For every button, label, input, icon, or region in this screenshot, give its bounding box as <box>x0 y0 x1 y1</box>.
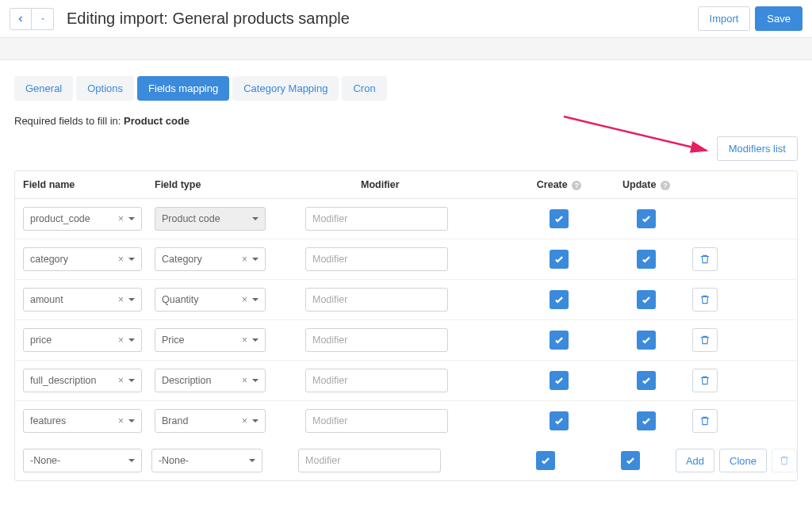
clear-icon[interactable]: × <box>242 294 247 305</box>
field-type-select[interactable]: Category× <box>155 247 266 271</box>
tab-cron[interactable]: Cron <box>342 76 386 101</box>
modifier-input[interactable] <box>305 328 448 352</box>
delete-button[interactable] <box>692 328 718 352</box>
required-fields-note: Required fields to fill in: Product code <box>14 115 798 127</box>
modifier-input[interactable] <box>298 449 441 472</box>
create-checkbox[interactable] <box>550 209 569 228</box>
update-checkbox[interactable] <box>637 411 656 430</box>
chevron-down-icon <box>252 379 259 382</box>
create-checkbox[interactable] <box>550 411 569 430</box>
clear-icon[interactable]: × <box>242 415 247 426</box>
chevron-down-icon <box>252 298 259 301</box>
chevron-down-icon <box>128 379 135 382</box>
delete-button[interactable] <box>692 288 718 312</box>
col-header-name: Field name <box>15 179 155 190</box>
col-header-type: Field type <box>155 179 305 190</box>
field-name-select[interactable]: -None- <box>23 449 142 472</box>
table-row: product_code×Product code <box>15 199 797 239</box>
clear-icon[interactable]: × <box>118 415 124 426</box>
chevron-down-icon <box>128 298 135 301</box>
clear-icon[interactable]: × <box>118 254 124 265</box>
field-type-select[interactable]: Description× <box>155 369 266 392</box>
field-type-select: Product code <box>155 207 266 231</box>
field-name-select[interactable]: amount× <box>23 288 142 312</box>
help-icon[interactable]: ? <box>661 181 670 190</box>
modifier-input[interactable] <box>305 207 448 231</box>
save-button[interactable]: Save <box>755 6 802 31</box>
clear-icon[interactable]: × <box>242 335 247 346</box>
create-checkbox[interactable] <box>550 250 569 269</box>
col-header-update: Update ? <box>607 179 686 190</box>
create-checkbox[interactable] <box>550 331 569 350</box>
tab-fields-mapping[interactable]: Fields mapping <box>137 76 229 101</box>
update-checkbox[interactable] <box>637 331 656 350</box>
delete-button[interactable] <box>692 369 718 392</box>
table-row: full_description×Description× <box>15 361 797 401</box>
clear-icon[interactable]: × <box>118 375 124 386</box>
clear-icon[interactable]: × <box>242 375 247 386</box>
update-checkbox[interactable] <box>637 290 656 309</box>
create-checkbox[interactable] <box>550 290 569 309</box>
create-checkbox[interactable] <box>550 371 569 390</box>
clear-icon[interactable]: × <box>118 213 124 224</box>
table-header-row: Field name Field type Modifier Create ? … <box>15 171 797 199</box>
tabs: GeneralOptionsFields mappingCategory Map… <box>14 76 798 101</box>
field-name-select[interactable]: price× <box>23 328 142 352</box>
col-header-create: Create ? <box>511 179 607 190</box>
field-name-select[interactable]: features× <box>23 409 142 433</box>
field-name-select[interactable]: product_code× <box>23 207 142 231</box>
field-type-select[interactable]: Brand× <box>155 409 266 433</box>
tab-category-mapping[interactable]: Category Mapping <box>232 76 339 101</box>
field-name-select[interactable]: category× <box>23 247 142 271</box>
update-checkbox[interactable] <box>637 371 656 390</box>
chevron-down-icon <box>252 217 259 220</box>
page-header: Editing import: General products sample … <box>0 0 812 38</box>
modifier-input[interactable] <box>305 409 448 433</box>
field-type-select[interactable]: -None- <box>151 449 262 472</box>
clear-icon[interactable]: × <box>118 335 124 346</box>
table-row: category×Category× <box>15 239 797 280</box>
delete-button <box>772 449 797 472</box>
table-row: amount×Quantity× <box>15 280 797 320</box>
table-row-new: -None- -None- <box>15 441 797 480</box>
modifier-input[interactable] <box>305 369 448 392</box>
tab-general[interactable]: General <box>14 76 73 101</box>
help-icon[interactable]: ? <box>572 181 581 190</box>
tab-options[interactable]: Options <box>76 76 134 101</box>
toolbar-strip <box>0 38 812 60</box>
field-type-select[interactable]: Price× <box>155 328 266 352</box>
chevron-down-icon <box>128 217 135 220</box>
clone-button[interactable]: Clone <box>719 449 767 472</box>
modifier-input[interactable] <box>305 288 448 312</box>
modifier-input[interactable] <box>305 247 448 271</box>
chevron-down-icon <box>252 419 259 422</box>
chevron-down-icon <box>249 459 255 462</box>
header-actions: Import Save <box>698 6 802 31</box>
clear-icon[interactable]: × <box>118 294 124 305</box>
mapping-table: Field name Field type Modifier Create ? … <box>14 170 798 481</box>
modifiers-list-button[interactable]: Modifiers list <box>717 136 798 161</box>
modifiers-row: Modifiers list <box>14 136 798 161</box>
chevron-down-icon <box>252 258 259 261</box>
create-checkbox[interactable] <box>536 451 555 470</box>
back-button[interactable] <box>10 8 32 30</box>
delete-button[interactable] <box>692 409 718 433</box>
field-type-select[interactable]: Quantity× <box>155 288 266 312</box>
add-button[interactable]: Add <box>676 449 714 472</box>
chevron-down-icon <box>252 338 259 342</box>
clear-icon[interactable]: × <box>242 254 247 265</box>
update-checkbox[interactable] <box>637 209 656 228</box>
chevron-down-icon <box>128 338 135 342</box>
import-button[interactable]: Import <box>698 6 751 31</box>
update-checkbox[interactable] <box>637 250 656 269</box>
field-name-select[interactable]: full_description× <box>23 369 142 392</box>
page-title: Editing import: General products sample <box>67 10 691 28</box>
update-checkbox[interactable] <box>621 451 640 470</box>
table-row: price×Price× <box>15 320 797 361</box>
chevron-down-icon <box>128 419 135 422</box>
back-dropdown-button[interactable] <box>32 8 54 30</box>
delete-button[interactable] <box>692 247 718 271</box>
col-header-modifier: Modifier <box>305 179 511 190</box>
nav-button-group <box>10 8 54 30</box>
chevron-down-icon <box>128 459 135 462</box>
